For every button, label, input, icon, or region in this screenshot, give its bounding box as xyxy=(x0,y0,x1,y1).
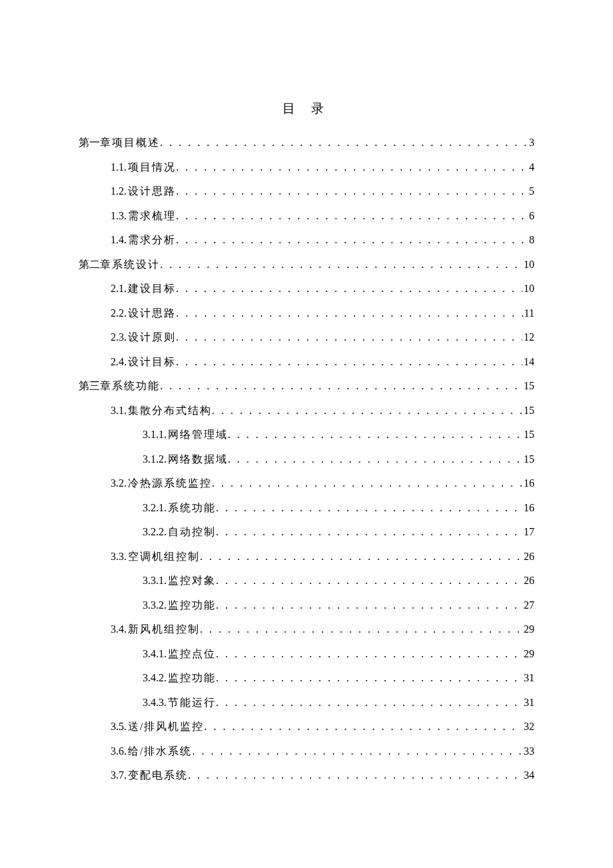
toc-entry-leader-dots xyxy=(188,770,522,781)
toc-entry-page: 15 xyxy=(522,454,534,465)
toc-entry-label: 网络管理域 xyxy=(168,429,228,440)
toc-entry-page: 26 xyxy=(522,575,534,586)
toc-entry-leader-dots xyxy=(160,259,522,270)
toc-entry-number: 3.2.1. xyxy=(143,503,167,513)
toc-entry-page: 15 xyxy=(522,429,534,440)
toc-entry-label: 设计目标 xyxy=(128,357,176,367)
toc-entry: 3.2.2.自动控制17 xyxy=(79,527,534,537)
toc-entry-page: 12 xyxy=(522,332,534,343)
toc-entry-label: 需求分析 xyxy=(128,235,176,245)
toc-entry-page: 10 xyxy=(522,283,534,294)
toc-entry-leader-dots xyxy=(204,721,522,732)
toc-entry-number: 3.7. xyxy=(111,770,127,781)
toc-entry: 2.2.设计思路11 xyxy=(79,308,534,319)
toc-entry: 3.6.给/排水系统33 xyxy=(79,746,534,757)
toc-entry-page: 33 xyxy=(522,746,534,757)
toc-entry-leader-dots xyxy=(160,381,522,391)
toc-entry-page: 31 xyxy=(522,673,534,683)
toc-entry-label: 监控点位 xyxy=(168,649,216,659)
toc-entry-number: 3.5. xyxy=(111,721,127,732)
toc-entry-label: 需求梳理 xyxy=(128,211,176,221)
toc-entry-label: 冷热源系统监控 xyxy=(128,478,212,489)
toc-entry: 1.3.需求梳理6 xyxy=(79,211,534,221)
toc-entry-number: 3.2.2. xyxy=(143,527,167,537)
toc-entry-number: 1.4. xyxy=(111,235,127,245)
toc-entry-page: 10 xyxy=(522,259,534,270)
toc-entry-label: 系统设计 xyxy=(112,259,160,270)
toc-entry-page: 15 xyxy=(522,405,534,416)
toc-entry: 1.2.设计思路5 xyxy=(79,186,534,197)
toc-entry-leader-dots xyxy=(176,211,528,221)
toc-entry-label: 系统功能 xyxy=(168,503,216,513)
toc-entry-number: 2.1. xyxy=(111,283,127,294)
toc-entry-label: 设计思路 xyxy=(128,186,176,197)
toc-entry: 3.4.2.监控功能31 xyxy=(79,673,534,683)
toc-entry-number: 第二章 xyxy=(79,259,111,270)
toc-entry: 3.5.送/排风机监控32 xyxy=(79,721,534,732)
toc-entry-leader-dots xyxy=(176,186,528,197)
toc-entry-number: 3.4.3. xyxy=(143,697,167,708)
toc-entry-page: 16 xyxy=(522,478,534,489)
toc-entry-leader-dots xyxy=(228,454,522,465)
toc-entry-label: 给/排水系统 xyxy=(128,746,192,757)
toc-entry: 3.7.变配电系统34 xyxy=(79,770,534,781)
toc-entry-page: 16 xyxy=(522,503,534,513)
toc-entry-label: 变配电系统 xyxy=(128,770,188,781)
toc-entry: 3.3.1.监控对象26 xyxy=(79,575,534,586)
toc-entry-leader-dots xyxy=(176,308,522,319)
toc-entry-label: 项目情况 xyxy=(128,162,176,173)
toc-entry-number: 3.6. xyxy=(111,746,127,757)
toc-entry-leader-dots xyxy=(176,162,528,173)
toc-entry-number: 3.3.1. xyxy=(143,575,167,586)
toc-entry-label: 节能运行 xyxy=(168,697,216,708)
toc-entry-label: 自动控制 xyxy=(168,527,216,537)
toc-entry-leader-dots xyxy=(192,746,522,757)
toc-entry-page: 14 xyxy=(522,357,534,367)
toc-entry-leader-dots xyxy=(176,235,528,245)
toc-entry: 1.1.项目情况4 xyxy=(79,162,534,173)
toc-entry: 2.1.建设目标10 xyxy=(79,283,534,294)
toc-entry-leader-dots xyxy=(176,332,522,343)
toc-entry: 3.4.新风机组控制29 xyxy=(79,624,534,635)
toc-entry: 3.1.2.网络数据域15 xyxy=(79,454,534,465)
toc-entry-leader-dots xyxy=(176,357,522,367)
toc-list: 第一章项目概述31.1.项目情况41.2.设计思路51.3.需求梳理61.4.需… xyxy=(79,137,534,781)
toc-entry-page: 15 xyxy=(522,381,534,391)
toc-entry-leader-dots xyxy=(216,600,522,611)
toc-title: 目 录 xyxy=(79,100,534,117)
toc-entry-number: 2.3. xyxy=(111,332,127,343)
toc-entry-number: 第一章 xyxy=(79,137,111,148)
toc-entry-leader-dots xyxy=(160,137,528,148)
toc-entry: 3.3.2.监控功能27 xyxy=(79,600,534,611)
toc-entry-leader-dots xyxy=(216,649,522,659)
toc-entry-leader-dots xyxy=(176,283,522,294)
toc-entry-number: 3.4. xyxy=(111,624,127,635)
toc-entry-number: 3.1. xyxy=(111,405,127,416)
toc-entry-label: 网络数据域 xyxy=(168,454,228,465)
toc-entry-label: 送/排风机监控 xyxy=(128,721,204,732)
toc-entry-number: 1.1. xyxy=(111,162,127,173)
toc-entry-number: 3.3.2. xyxy=(143,600,167,611)
toc-entry: 2.3.设计原则12 xyxy=(79,332,534,343)
toc-entry: 3.4.1.监控点位29 xyxy=(79,649,534,659)
toc-entry-label: 监控对象 xyxy=(168,575,216,586)
toc-entry-page: 34 xyxy=(522,770,534,781)
toc-entry-label: 设计思路 xyxy=(128,308,176,319)
toc-entry-page: 4 xyxy=(528,162,534,173)
toc-entry-page: 32 xyxy=(522,721,534,732)
toc-entry-label: 设计原则 xyxy=(128,332,176,343)
toc-entry-leader-dots xyxy=(216,527,522,537)
toc-entry-page: 31 xyxy=(522,697,534,708)
toc-entry-label: 空调机组控制 xyxy=(128,551,200,562)
toc-entry: 2.4.设计目标14 xyxy=(79,357,534,367)
toc-entry: 3.3.空调机组控制26 xyxy=(79,551,534,562)
toc-entry-page: 3 xyxy=(528,137,534,148)
toc-entry-number: 3.1.2. xyxy=(143,454,167,465)
toc-entry-page: 6 xyxy=(528,211,534,221)
toc-entry-number: 3.3. xyxy=(111,551,127,562)
toc-entry-leader-dots xyxy=(200,551,522,562)
toc-entry: 3.1.1.网络管理域15 xyxy=(79,429,534,440)
toc-page: 目 录 第一章项目概述31.1.项目情况41.2.设计思路51.3.需求梳理61… xyxy=(0,0,613,861)
toc-entry-number: 1.2. xyxy=(111,186,127,197)
toc-entry-leader-dots xyxy=(212,478,522,489)
